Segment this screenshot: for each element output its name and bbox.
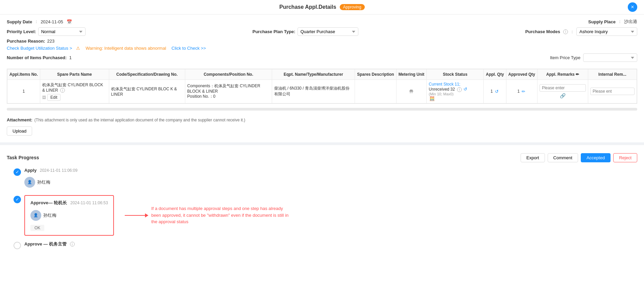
item-price-type-select[interactable]: Fixed Price Floating Price	[583, 53, 637, 62]
items-count-field: Number of Items Purchased: 1	[7, 55, 72, 60]
approve2-step-content: Approve — 机务主管 i	[24, 241, 637, 247]
col-spares: Spares Description	[355, 69, 396, 80]
col-components: Components/Position No.	[185, 69, 272, 80]
purchase-plan-type-label: Purchase Plan Type:	[253, 29, 295, 34]
attachment-label: Attachment:	[7, 117, 32, 122]
stock-min-max: (Min 10; Max0)	[429, 92, 481, 96]
purchase-reason-value: 223	[47, 39, 54, 44]
warning-icon: ⚠	[76, 46, 80, 51]
upload-button[interactable]: Upload	[7, 126, 32, 136]
approved-qty-edit-icon[interactable]: ✏	[521, 89, 526, 94]
approve1-step-user: 孙红梅	[43, 212, 56, 218]
item-price-type-field: Item Price Type Fixed Price Floating Pri…	[550, 53, 637, 62]
stock-reload-icon[interactable]: ↺	[463, 87, 468, 92]
section-divider	[0, 142, 644, 145]
cell-approved-qty: 1 ✏	[506, 80, 537, 103]
cell-spare-parts: 机体及气缸套 CYLINDER BLOCK & LINER i 🖼 Edit	[40, 80, 109, 103]
col-no: Appl.Items No.	[7, 69, 40, 80]
table-row: 1 机体及气缸套 CYLINDER BLOCK & LINER i 🖼 Edit…	[7, 80, 637, 103]
col-metering: Metering Unit	[396, 69, 427, 80]
approve1-highlight-box: Approve— 轮机长 2024-11-01 11:06:53 👤 孙红梅 O…	[24, 195, 114, 236]
purchase-modes-label: Purchase Modes	[525, 29, 560, 34]
timeline-step-approve1: ✓ Approve— 轮机长 2024-11-01 11:06:53 👤 孙红梅	[14, 195, 114, 236]
internal-remarks-input[interactable]	[590, 88, 635, 95]
reject-button[interactable]: Reject	[613, 153, 637, 162]
supply-date-value: 2024-11-05	[41, 19, 63, 24]
budget-warning-row: Check Budget Utilization Status > ⚠ Warn…	[7, 46, 637, 51]
task-progress-header: Task Progress Export Comment Accepted Re…	[7, 153, 637, 162]
task-progress-title: Task Progress	[7, 155, 39, 160]
check-budget-link[interactable]: Check Budget Utilization Status >	[7, 46, 72, 51]
annotation-arrow-wrapper: If a document has multiple approval step…	[125, 205, 293, 225]
priority-level-label: Priority Level:	[7, 29, 36, 34]
spare-parts-info-icon[interactable]: i	[60, 88, 65, 93]
col-appl-qty: Appl. Qty	[484, 69, 506, 80]
col-spare-parts: Spare Parts Name	[40, 69, 109, 80]
close-button[interactable]: ×	[628, 2, 637, 12]
accepted-button[interactable]: Accepted	[581, 153, 611, 162]
stock-info-icon[interactable]: i	[457, 87, 462, 92]
cell-eqpt: 柴油机 / 6N330 / 青岛淄柴博洋柴油机股份有限公司	[272, 80, 355, 103]
apply-step-user: 孙红梅	[37, 179, 50, 185]
form-section: Supply Date ： 2024-11-05 📅 Supply Place …	[0, 15, 644, 69]
purchase-reason-label: Purchase Reason:	[7, 39, 45, 44]
apply-step-content: Apply 2024-11-01 11:06:09 👤 孙红梅	[24, 168, 637, 190]
appl-remarks-input[interactable]	[540, 84, 586, 92]
approve2-step-dot	[14, 242, 21, 249]
priority-level-field: Priority Level: Normal High Urgent	[7, 27, 86, 36]
supply-date-field: Supply Date ： 2024-11-05 📅	[7, 19, 72, 25]
purchase-plan-type-select[interactable]: Quarter Purchase Annual Purchase	[297, 27, 358, 36]
page-title: Purchase Appl.Details	[279, 4, 336, 10]
stock-calc-icon[interactable]: 🧮	[429, 96, 435, 101]
attachment-note: (This attachment is only used as the int…	[34, 118, 245, 122]
approve2-step-title: Approve — 机务主管	[24, 241, 67, 247]
purchase-modes-info-icon[interactable]: i	[563, 29, 568, 34]
task-progress-section: Task Progress Export Comment Accepted Re…	[0, 149, 644, 259]
supply-date-calendar-icon[interactable]: 📅	[67, 19, 72, 24]
annotation-text: If a document has multiple approval step…	[151, 205, 293, 225]
cell-internal-remarks	[588, 80, 637, 103]
approve1-step-time: 2024-11-01 11:06:53	[70, 201, 108, 205]
click-check-link[interactable]: Click to Check >>	[171, 46, 206, 51]
cell-no: 1	[7, 80, 40, 103]
cell-spares	[355, 80, 396, 103]
table-scrollbar[interactable]	[7, 108, 637, 111]
status-badge: Approving	[340, 4, 365, 10]
table-header-row: Appl.Items No. Spare Parts Name Code/Spe…	[7, 69, 637, 80]
purchase-plan-type-field: Purchase Plan Type: Quarter Purchase Ann…	[253, 27, 358, 36]
approve1-step-dot: ✓	[14, 196, 21, 203]
form-row-supply: Supply Date ： 2024-11-05 📅 Supply Place …	[7, 19, 637, 25]
export-button[interactable]: Export	[521, 153, 545, 162]
comment-button[interactable]: Comment	[548, 153, 578, 162]
cell-appl-qty: 1 ↺	[484, 80, 506, 103]
col-eqpt: Eqpt. Name/Type/Manufacturer	[272, 69, 355, 80]
col-stock: Stock Status	[427, 69, 484, 80]
appl-qty-reload-icon[interactable]: ↺	[494, 89, 499, 94]
cell-code: 机体及气缸套 CYLINDER BLOC K & LINER	[109, 80, 185, 103]
items-count-row: Number of Items Purchased: 1 Item Price …	[7, 53, 637, 62]
page-header: Purchase Appl.Details Approving ×	[0, 0, 644, 15]
approve1-step-title: Approve— 轮机长	[30, 200, 67, 205]
attachment-section: Attachment: (This attachment is only use…	[0, 115, 644, 138]
items-table-wrapper: Appl.Items No. Spare Parts Name Code/Spe…	[7, 69, 637, 104]
items-count-label: Number of Items Purchased:	[7, 55, 67, 60]
apply-step-avatar: 👤	[24, 177, 35, 188]
current-stock-link[interactable]: Current Stock 11;	[429, 82, 460, 87]
spare-parts-image-icon: 🖼	[42, 95, 46, 99]
arrow-head	[145, 213, 148, 217]
approve1-step-avatar: 👤	[30, 210, 41, 221]
action-buttons: Export Comment Accepted Reject	[521, 153, 637, 162]
warning-text: Warning: Intelligent data shows abnormal	[86, 46, 166, 51]
items-count-value: 1	[69, 55, 72, 60]
supply-date-label: Supply Date	[7, 19, 32, 24]
priority-level-select[interactable]: Normal High Urgent	[38, 27, 86, 36]
col-approved-qty: Approved Qty	[506, 69, 537, 80]
timeline-step-approve2: Approve — 机务主管 i	[14, 241, 637, 249]
attachment-header: Attachment: (This attachment is only use…	[7, 117, 637, 124]
spare-parts-edit-button[interactable]: Edit	[47, 94, 61, 101]
purchase-modes-select[interactable]: Ashore Inquiry Online Purchase	[576, 27, 637, 36]
approve1-comment: OK	[30, 225, 44, 231]
cell-stock: Current Stock 11; Unreceived 32 i ↺ (Min…	[427, 80, 484, 103]
approve2-info-icon[interactable]: i	[70, 242, 75, 247]
supply-place-label: Supply Place	[588, 19, 616, 24]
